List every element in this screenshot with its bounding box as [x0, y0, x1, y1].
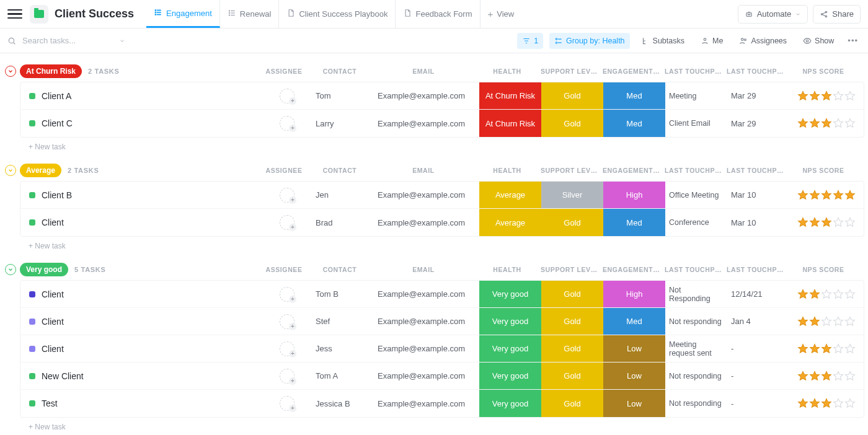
- star-rating[interactable]: [797, 398, 856, 409]
- column-header[interactable]: CONTACT: [309, 68, 371, 75]
- new-task-button[interactable]: + New task: [4, 237, 864, 250]
- engagement-cell[interactable]: High: [603, 182, 665, 208]
- email-cell[interactable]: Example@example.com: [374, 110, 479, 137]
- star-rating[interactable]: [797, 343, 856, 354]
- collapse-toggle[interactable]: [5, 165, 16, 176]
- health-cell[interactable]: Average: [479, 182, 541, 208]
- assignee-avatar-icon[interactable]: [280, 314, 294, 329]
- touchpoint-type-cell[interactable]: Not responding: [665, 308, 727, 335]
- status-square-icon[interactable]: [29, 219, 35, 226]
- menu-icon[interactable]: [7, 7, 22, 22]
- status-square-icon[interactable]: [29, 120, 35, 126]
- star-rating[interactable]: [797, 371, 856, 382]
- column-header[interactable]: LAST TOUCHPOI...: [662, 266, 724, 273]
- touchpoint-date-cell[interactable]: -: [727, 335, 789, 362]
- touchpoint-type-cell[interactable]: Meeting request sent: [665, 335, 727, 362]
- support-cell[interactable]: Gold: [541, 209, 603, 236]
- chevron-down-icon[interactable]: [119, 38, 125, 44]
- engagement-cell[interactable]: Low: [603, 390, 665, 417]
- assignee-cell[interactable]: [262, 335, 312, 362]
- status-square-icon[interactable]: [29, 319, 35, 325]
- folder-chip[interactable]: [30, 5, 48, 24]
- column-header[interactable]: HEALTH: [476, 266, 538, 273]
- email-cell[interactable]: Example@example.com: [374, 82, 479, 109]
- nps-cell[interactable]: [789, 281, 864, 307]
- column-header[interactable]: ENGAGEMENT L...: [600, 167, 662, 174]
- table-row[interactable]: Client A Tom Example@example.com At Chur…: [20, 82, 864, 110]
- touchpoint-type-cell[interactable]: Conference: [665, 209, 727, 236]
- contact-cell[interactable]: Tom: [312, 82, 374, 109]
- contact-cell[interactable]: Larry: [312, 110, 374, 137]
- search-input-wrap[interactable]: [7, 35, 144, 46]
- status-square-icon[interactable]: [29, 373, 35, 379]
- share-button[interactable]: Share: [813, 5, 861, 24]
- view-tab-renewal[interactable]: Renewal: [220, 0, 280, 28]
- email-cell[interactable]: Example@example.com: [374, 362, 479, 389]
- touchpoint-date-cell[interactable]: Mar 29: [727, 110, 789, 137]
- contact-cell[interactable]: Jess: [312, 335, 374, 362]
- column-header[interactable]: CONTACT: [309, 167, 371, 174]
- email-cell[interactable]: Example@example.com: [374, 281, 479, 307]
- table-row[interactable]: Client B Jen Example@example.com Average…: [20, 182, 864, 209]
- engagement-cell[interactable]: Low: [603, 335, 665, 362]
- support-cell[interactable]: Gold: [541, 308, 603, 335]
- column-header[interactable]: EMAIL: [371, 68, 476, 75]
- status-square-icon[interactable]: [29, 93, 35, 99]
- table-row[interactable]: Test Jessica B Example@example.com Very …: [20, 390, 864, 417]
- email-cell[interactable]: Example@example.com: [374, 390, 479, 417]
- star-rating[interactable]: [797, 217, 856, 228]
- new-task-button[interactable]: + New task: [4, 138, 864, 151]
- column-header[interactable]: NPS SCORE: [786, 167, 861, 174]
- health-cell[interactable]: At Churn Risk: [479, 110, 541, 137]
- touchpoint-type-cell[interactable]: Not responding: [665, 362, 727, 389]
- nps-cell[interactable]: [789, 390, 864, 417]
- touchpoint-type-cell[interactable]: Client Email: [665, 110, 727, 137]
- column-header[interactable]: LAST TOUCHPOI...: [662, 167, 724, 174]
- me-pill[interactable]: Me: [696, 33, 728, 49]
- email-cell[interactable]: Example@example.com: [374, 335, 479, 362]
- new-task-button[interactable]: + New task: [4, 418, 864, 431]
- column-header[interactable]: NPS SCORE: [786, 266, 861, 273]
- column-header[interactable]: ASSIGNEE: [259, 68, 309, 75]
- assignee-cell[interactable]: [262, 281, 312, 307]
- assignee-avatar-icon[interactable]: [280, 116, 294, 131]
- touchpoint-type-cell[interactable]: Not Responding: [665, 281, 727, 307]
- group-name-pill[interactable]: At Churn Risk: [20, 64, 82, 78]
- touchpoint-type-cell[interactable]: Meeting: [665, 82, 727, 109]
- column-header[interactable]: EMAIL: [371, 167, 476, 174]
- nps-cell[interactable]: [789, 82, 864, 109]
- star-rating[interactable]: [797, 316, 856, 327]
- status-square-icon[interactable]: [29, 291, 35, 297]
- show-pill[interactable]: Show: [798, 33, 839, 49]
- engagement-cell[interactable]: Med: [603, 110, 665, 137]
- row-title-area[interactable]: Client: [20, 281, 262, 307]
- column-header[interactable]: HEALTH: [476, 68, 538, 75]
- assignee-cell[interactable]: [262, 390, 312, 417]
- status-square-icon[interactable]: [29, 346, 35, 352]
- filter-count-pill[interactable]: 1: [517, 33, 543, 49]
- contact-cell[interactable]: Brad: [312, 209, 374, 236]
- engagement-cell[interactable]: Med: [603, 82, 665, 109]
- view-tab-feedback-form[interactable]: Feedback Form: [396, 0, 480, 28]
- column-header[interactable]: EMAIL: [371, 266, 476, 273]
- column-header[interactable]: SUPPORT LEVEL: [538, 167, 600, 174]
- email-cell[interactable]: Example@example.com: [374, 182, 479, 208]
- assignee-cell[interactable]: [262, 82, 312, 109]
- assignee-cell[interactable]: [262, 209, 312, 236]
- row-title-area[interactable]: Test: [20, 390, 262, 417]
- automate-button[interactable]: Automate: [738, 5, 808, 24]
- support-cell[interactable]: Gold: [541, 82, 603, 109]
- nps-cell[interactable]: [789, 209, 864, 236]
- email-cell[interactable]: Example@example.com: [374, 308, 479, 335]
- support-cell[interactable]: Silver: [541, 182, 603, 208]
- support-cell[interactable]: Gold: [541, 362, 603, 389]
- status-square-icon[interactable]: [29, 400, 35, 406]
- assignee-avatar-icon[interactable]: [280, 369, 294, 384]
- nps-cell[interactable]: [789, 182, 864, 208]
- collapse-toggle[interactable]: [5, 264, 16, 275]
- status-square-icon[interactable]: [29, 192, 35, 198]
- assignee-cell[interactable]: [262, 308, 312, 335]
- column-header[interactable]: LAST TOUCHPOI...: [724, 266, 786, 273]
- contact-cell[interactable]: Tom A: [312, 362, 374, 389]
- column-header[interactable]: LAST TOUCHPOI...: [724, 68, 786, 75]
